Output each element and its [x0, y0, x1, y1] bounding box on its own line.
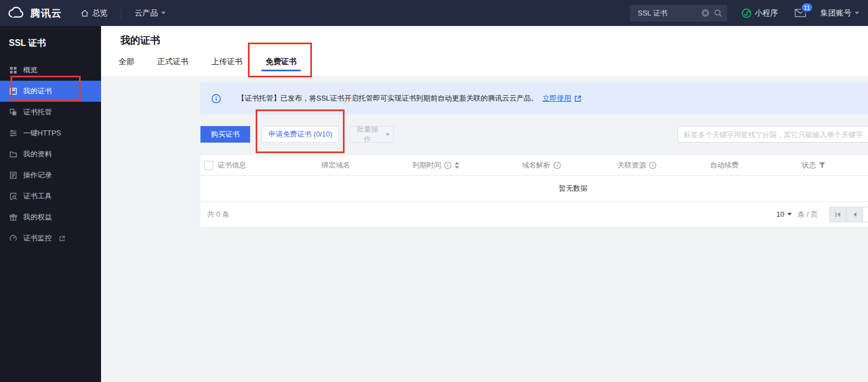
tab-all[interactable]: 全部	[117, 56, 136, 76]
tag-filter-input[interactable]	[678, 126, 868, 143]
pager	[830, 207, 868, 222]
first-page-icon	[835, 212, 841, 217]
sidebar-title: SSL 证书	[0, 26, 101, 60]
table-header-row: 证书信息 绑定域名 到期时间	[200, 155, 868, 176]
pager-first-button[interactable]	[829, 207, 846, 222]
main-body: 【证书托管】已发布，将SSL证书开启托管即可实现证书到期前自动更新关联的腾讯云云…	[101, 76, 868, 382]
chevron-down-icon	[787, 213, 792, 216]
column-bound-domain: 绑定域名	[321, 160, 412, 170]
nav-overview[interactable]: 总览	[81, 8, 108, 18]
info-circle-icon[interactable]	[553, 161, 561, 169]
sidebar-item-cert-hosting[interactable]: 证书托管	[0, 102, 101, 123]
mail-badge: 11	[801, 2, 813, 13]
brand-text: 腾讯云	[30, 7, 62, 20]
hosting-icon	[9, 108, 17, 116]
sidebar-item-my-certificates[interactable]: 我的证书	[0, 81, 101, 102]
page-title: 我的证书	[120, 34, 160, 47]
column-associated-resources: 关联资源	[617, 160, 710, 170]
empty-text: 暂无数据	[559, 184, 588, 193]
sidebar-item-my-benefits[interactable]: 我的权益	[0, 207, 101, 228]
chevron-down-icon	[855, 12, 859, 14]
mini-program-entry[interactable]: 小程序	[742, 8, 778, 18]
folder-icon	[9, 150, 17, 158]
column-cert-info: 证书信息	[218, 160, 321, 170]
topbar-search	[630, 5, 727, 22]
sliders-icon	[9, 129, 17, 137]
main-header: 我的证书 全部 正式证书 上传证书 免费证书	[101, 26, 868, 76]
sort-icon[interactable]	[454, 162, 459, 169]
account-menu[interactable]: 集团账号	[821, 8, 859, 18]
gift-icon	[9, 213, 17, 221]
page-number-input[interactable]	[862, 207, 868, 222]
pager-prev-button[interactable]	[846, 207, 863, 222]
filter-icon[interactable]	[819, 162, 825, 169]
sidebar-item-operation-log[interactable]: 操作记录	[0, 165, 101, 186]
certificate-icon	[9, 87, 17, 95]
search-icon[interactable]	[714, 9, 723, 18]
sidebar-item-overview[interactable]: 概览	[0, 60, 101, 81]
document-search-icon	[9, 192, 17, 200]
chevron-down-icon	[385, 133, 390, 136]
sidebar-item-one-key-https[interactable]: 一键HTTPS	[0, 123, 101, 144]
select-all-checkbox[interactable]	[204, 161, 213, 170]
column-domain-resolution: 域名解析	[522, 160, 617, 170]
external-link-icon	[574, 95, 581, 102]
column-status: 状态	[802, 160, 868, 170]
column-expiry-time: 到期时间	[412, 160, 522, 170]
per-page-label: 条 / 页	[797, 210, 818, 219]
tab-paid-certificates[interactable]: 正式证书	[155, 56, 190, 76]
info-circle-icon[interactable]	[444, 161, 452, 169]
toolbar: 购买证书 申请免费证书 (0/10) 批量操作	[200, 126, 868, 143]
batch-operation-button[interactable]: 批量操作	[350, 126, 394, 143]
pagination-bar: 共 0 条 10 条 / 页	[200, 202, 868, 227]
sidebar-item-cert-monitor[interactable]: 证书监控	[0, 228, 101, 249]
banner-use-now-link[interactable]: 立即使用	[543, 93, 571, 103]
mini-program-icon	[742, 8, 751, 18]
tencent-cloud-logo-icon[interactable]	[7, 6, 25, 20]
clear-search-icon[interactable]	[701, 9, 710, 17]
mail-button[interactable]: 11	[795, 8, 806, 18]
total-count: 共 0 条	[207, 210, 229, 219]
info-banner: 【证书托管】已发布，将SSL证书开启托管即可实现证书到期前自动更新关联的腾讯云云…	[200, 82, 868, 114]
nav-divider	[121, 8, 121, 19]
topbar: 腾讯云 总览 云产品	[0, 0, 868, 26]
gauge-icon	[9, 234, 17, 242]
sidebar-item-my-profile[interactable]: 我的资料	[0, 144, 101, 165]
nav-products[interactable]: 云产品	[135, 8, 166, 18]
search-input[interactable]	[637, 8, 701, 18]
tab-free-certificates[interactable]: 免费证书	[263, 56, 299, 76]
column-auto-renewal: 自动续费	[710, 160, 802, 170]
info-circle-icon[interactable]	[649, 161, 657, 169]
external-link-icon	[59, 236, 65, 242]
tab-uploaded-certificates[interactable]: 上传证书	[209, 56, 245, 76]
document-lines-icon	[9, 171, 17, 179]
banner-text: 【证书托管】已发布，将SSL证书开启托管即可实现证书到期前自动更新关联的腾讯云云…	[237, 93, 538, 103]
account-label: 集团账号	[821, 8, 851, 18]
sidebar-item-cert-tools[interactable]: 证书工具	[0, 186, 101, 207]
home-icon	[81, 9, 89, 17]
sidebar: SSL 证书 概览 我的证书 证书托管	[0, 26, 101, 382]
prev-page-icon	[853, 212, 857, 217]
empty-state: 暂无数据	[200, 176, 868, 202]
apply-free-certificate-button[interactable]: 申请免费证书 (0/10)	[262, 126, 339, 143]
page-size-select[interactable]: 10	[776, 210, 792, 218]
tab-bar: 全部 正式证书 上传证书 免费证书	[117, 56, 317, 76]
chevron-down-icon	[161, 12, 166, 14]
certificate-table: 证书信息 绑定域名 到期时间	[200, 155, 868, 227]
grid-icon	[9, 66, 17, 74]
buy-certificate-button[interactable]: 购买证书	[200, 126, 250, 143]
info-icon	[211, 94, 221, 103]
